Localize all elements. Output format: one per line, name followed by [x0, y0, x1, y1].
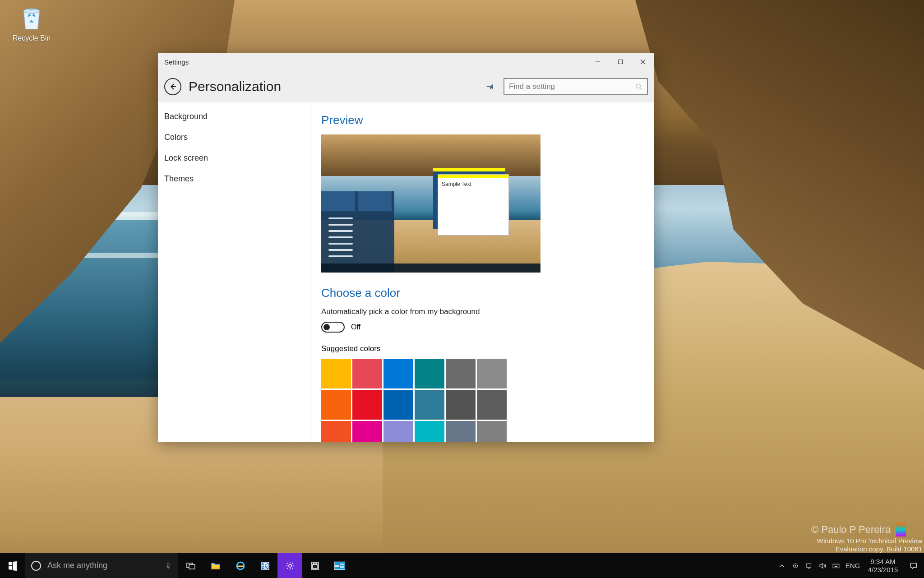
svg-rect-2: [619, 60, 623, 64]
color-swatch-7[interactable]: [352, 390, 382, 420]
tray-network[interactable]: [802, 553, 816, 578]
task-view-button[interactable]: [178, 553, 203, 578]
color-swatch-4[interactable]: [446, 359, 476, 388]
header: Personalization Find a setting: [158, 71, 654, 102]
color-swatch-6[interactable]: [321, 390, 351, 420]
color-swatch-2[interactable]: [383, 359, 413, 388]
wallpaper-watermark: © Paulo P Pereira: [811, 523, 906, 536]
auto-pick-label: Automatically pick a color from my backg…: [321, 307, 643, 316]
app-icon: [334, 560, 345, 571]
store-button[interactable]: [302, 553, 327, 578]
tray-clock[interactable]: 9:34 AM 4/23/2015: [863, 558, 903, 574]
task-view-icon: [185, 560, 196, 571]
color-swatch-15[interactable]: [415, 421, 444, 442]
svg-line-4: [640, 88, 642, 89]
cortana-icon: [31, 561, 41, 571]
svg-rect-20: [833, 564, 839, 568]
search-input[interactable]: Find a setting: [504, 78, 648, 95]
tray-language[interactable]: ENG: [843, 553, 863, 578]
app-button[interactable]: [327, 553, 352, 578]
tray-volume[interactable]: [816, 553, 829, 578]
back-button[interactable]: [164, 78, 181, 95]
color-swatch-16[interactable]: [446, 421, 476, 442]
minimize-button[interactable]: [587, 53, 609, 71]
color-swatch-9[interactable]: [415, 390, 444, 420]
cortana-search[interactable]: Ask me anything: [25, 553, 178, 578]
tray-location[interactable]: [789, 553, 802, 578]
auto-pick-toggle[interactable]: [321, 322, 345, 333]
suggested-colors-label: Suggested colors: [321, 344, 643, 353]
color-swatch-10[interactable]: [446, 390, 476, 420]
sidebar-item-colors[interactable]: Colors: [158, 127, 310, 148]
pin-icon[interactable]: [485, 82, 494, 91]
svg-point-3: [636, 84, 640, 88]
color-swatch-17[interactable]: [477, 421, 507, 442]
preview-taskbar: [321, 264, 541, 273]
sidebar-item-background[interactable]: Background: [158, 106, 310, 127]
svg-rect-7: [189, 564, 195, 569]
preview-start-menu: [321, 191, 394, 273]
tray-date: 4/23/2015: [866, 566, 900, 574]
recycle-bin-icon: [18, 5, 45, 32]
chevron-up-icon: [778, 562, 786, 570]
color-swatch-14[interactable]: [383, 421, 413, 442]
action-center-button[interactable]: [903, 553, 924, 578]
internet-explorer-button[interactable]: [228, 553, 253, 578]
svg-rect-14: [335, 565, 339, 567]
color-swatch-12[interactable]: [321, 421, 351, 442]
svg-point-11: [289, 564, 291, 567]
ie-icon: [235, 560, 246, 571]
color-swatch-3[interactable]: [415, 359, 444, 388]
watermark-logo-icon: [896, 523, 906, 536]
svg-rect-19: [806, 564, 811, 567]
edge-button[interactable]: [253, 553, 277, 578]
titlebar[interactable]: Settings: [158, 53, 654, 71]
windows-logo-icon: [7, 560, 18, 571]
color-preview: Sample Text: [321, 134, 541, 273]
sidebar-item-themes[interactable]: Themes: [158, 168, 310, 189]
settings-taskbar-button[interactable]: [277, 553, 302, 578]
content-area: Preview Sample Text: [310, 102, 654, 442]
arrow-left-icon: [169, 83, 177, 91]
color-swatch-1[interactable]: [352, 359, 382, 388]
close-icon: [640, 59, 646, 65]
windows-build-caption: Windows 10 Pro Technical Preview Evaluat…: [817, 537, 922, 553]
color-swatch-13[interactable]: [352, 421, 382, 442]
window-controls: [587, 53, 654, 71]
maximize-icon: [618, 59, 623, 65]
svg-point-18: [795, 565, 796, 566]
toggle-state-label: Off: [351, 323, 360, 331]
folder-icon: [210, 560, 221, 571]
settings-window: Settings Personalization: [158, 53, 654, 442]
globe-icon: [260, 560, 271, 571]
close-button[interactable]: [632, 53, 654, 71]
color-swatch-11[interactable]: [477, 390, 507, 420]
svg-rect-5: [167, 563, 169, 567]
file-explorer-button[interactable]: [203, 553, 228, 578]
store-icon: [310, 560, 320, 571]
color-swatch-0[interactable]: [321, 359, 351, 388]
tray-overflow[interactable]: [775, 553, 789, 578]
gear-icon: [285, 560, 296, 571]
network-icon: [805, 562, 813, 570]
desktop: Recycle Bin Settings Personalization: [0, 0, 924, 578]
choose-color-heading: Choose a color: [321, 286, 643, 300]
system-tray: ENG 9:34 AM 4/23/2015: [775, 553, 924, 578]
taskbar: Ask me anything: [0, 553, 924, 578]
tray-time: 9:34 AM: [866, 558, 900, 566]
recycle-bin[interactable]: Recycle Bin: [7, 5, 56, 42]
svg-rect-15: [340, 564, 344, 565]
minimize-icon: [595, 59, 601, 65]
keyboard-icon: [832, 562, 840, 570]
microphone-icon[interactable]: [165, 561, 172, 571]
maximize-button[interactable]: [609, 53, 632, 71]
window-title: Settings: [164, 58, 189, 66]
start-button[interactable]: [0, 553, 25, 578]
tray-keyboard[interactable]: [829, 553, 843, 578]
sidebar-item-lock-screen[interactable]: Lock screen: [158, 148, 310, 168]
color-swatch-5[interactable]: [477, 359, 507, 388]
sidebar: Background Colors Lock screen Themes: [158, 102, 310, 442]
svg-rect-16: [340, 566, 344, 567]
search-icon: [635, 83, 642, 90]
color-swatch-8[interactable]: [383, 390, 413, 420]
